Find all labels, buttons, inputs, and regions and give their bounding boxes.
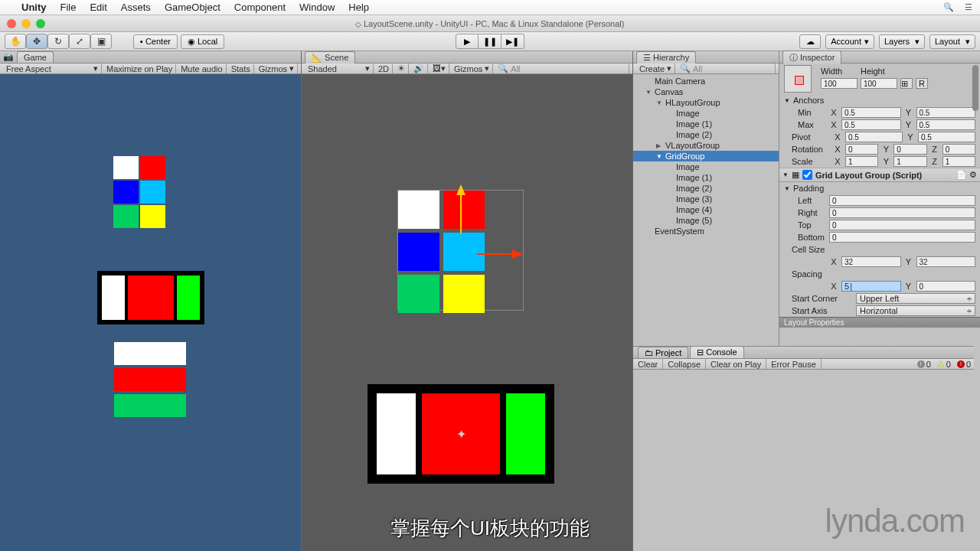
close-window-button[interactable] — [7, 19, 16, 28]
search-icon[interactable]: 🔍 — [943, 2, 954, 12]
rot-y[interactable]: 0 — [893, 144, 926, 155]
gizmos-scene-dropdown[interactable]: Gizmos▾ — [451, 64, 493, 73]
cellsize-x[interactable]: 32 — [841, 256, 901, 267]
padding-foldout[interactable]: Padding — [793, 184, 824, 193]
clear-button[interactable]: Clear — [633, 359, 663, 369]
anchor-max-y[interactable]: 0.5 — [916, 119, 976, 130]
hierarchy-item[interactable]: Image (1) — [633, 172, 779, 183]
hierarchy-item[interactable]: ▼HLayoutGroup — [633, 97, 779, 108]
project-tab[interactable]: 🗀Project — [638, 347, 688, 358]
hierarchy-item[interactable]: Image — [633, 108, 779, 119]
component-header[interactable]: ▼▦ Grid Layout Group (Script) 📄 ⚙ — [779, 168, 980, 182]
gizmo-y-axis[interactable] — [456, 184, 466, 195]
menu-gameobject[interactable]: GameObject — [165, 2, 220, 13]
menu-icon[interactable]: ☰ — [965, 2, 972, 12]
hierarchy-item[interactable]: Image (1) — [633, 119, 779, 129]
anchors-foldout[interactable]: Anchors — [793, 96, 824, 105]
anchor-max-x[interactable]: 0.5 — [841, 119, 901, 130]
scene-view[interactable]: ✦ — [302, 74, 632, 551]
console-tab[interactable]: ⊟Console — [690, 346, 743, 358]
account-dropdown[interactable]: Account▾ — [825, 34, 874, 49]
gizmo-x-axis[interactable] — [512, 249, 523, 259]
hierarchy-item[interactable]: Image (3) — [633, 194, 779, 204]
hierarchy-item[interactable]: EventSystem — [633, 226, 779, 236]
hierarchy-item[interactable]: Image (2) — [633, 183, 779, 194]
start-corner-dropdown[interactable]: Upper Left÷ — [856, 293, 975, 304]
pivot-y[interactable]: 0.5 — [918, 132, 975, 142]
scene-hlayout-object[interactable]: ✦ — [368, 384, 554, 484]
padding-top[interactable]: 0 — [829, 220, 975, 230]
hierarchy-item[interactable]: Image — [633, 161, 779, 172]
layout-dropdown[interactable]: Layout▾ — [929, 34, 975, 49]
inspector-scrollbar[interactable] — [972, 65, 978, 111]
game-view[interactable] — [0, 74, 301, 551]
hand-tool-button[interactable]: ✋ — [5, 34, 26, 49]
menu-edit[interactable]: Edit — [90, 2, 106, 13]
scene-search[interactable]: 🔍All — [495, 64, 629, 73]
hierarchy-item[interactable]: Image (2) — [633, 129, 779, 140]
padding-right[interactable]: 0 — [829, 207, 975, 218]
hierarchy-item[interactable]: Image (4) — [633, 204, 779, 215]
error-count[interactable]: !0 — [954, 359, 974, 369]
game-tab[interactable]: Game — [17, 51, 54, 63]
cellsize-y[interactable]: 32 — [916, 256, 976, 267]
component-enabled-checkbox[interactable] — [802, 170, 812, 180]
scale-tool-button[interactable]: ⤢ — [69, 34, 90, 49]
blueprint-toggle[interactable]: ⊞ — [900, 78, 913, 89]
scene-grid-object[interactable] — [398, 191, 488, 317]
menu-file[interactable]: File — [60, 2, 77, 13]
collapse-toggle[interactable]: Collapse — [663, 359, 706, 369]
error-pause-toggle[interactable]: Error Pause — [766, 359, 822, 369]
maximize-window-button[interactable] — [36, 19, 45, 28]
hierarchy-item[interactable]: Image (5) — [633, 215, 779, 226]
audio-toggle[interactable]: 🔊 — [410, 64, 428, 73]
width-field[interactable]: 100 — [821, 78, 858, 89]
light-toggle[interactable]: ☀ — [394, 64, 409, 73]
rect-tool-button[interactable]: ▣ — [90, 34, 112, 49]
anchor-min-x[interactable]: 0.5 — [841, 107, 901, 118]
hierarchy-item[interactable]: Main Camera — [633, 76, 779, 86]
menu-component[interactable]: Component — [234, 2, 286, 13]
move-tool-button[interactable]: ✥ — [26, 34, 47, 49]
spacing-y[interactable]: 0 — [916, 281, 976, 292]
padding-bottom[interactable]: 0 — [829, 232, 975, 243]
spacing-x[interactable]: 5| — [841, 281, 901, 292]
pivot-toggle[interactable]: ▪Center — [133, 34, 178, 49]
anchor-preset-button[interactable] — [784, 65, 812, 93]
layout-properties-header[interactable]: Layout Properties — [779, 317, 980, 328]
warning-count[interactable]: ⚠0 — [934, 359, 954, 369]
rot-x[interactable]: 0 — [845, 144, 878, 155]
step-button[interactable]: ▶❚ — [501, 34, 524, 49]
minimize-window-button[interactable] — [21, 19, 31, 28]
layers-dropdown[interactable]: Layers▾ — [879, 34, 925, 49]
fx-dropdown[interactable]: 🖼▾ — [430, 64, 449, 73]
inspector-tab[interactable]: ⓘ Inspector — [782, 51, 841, 64]
scale-z[interactable]: 1 — [942, 156, 975, 167]
scale-y[interactable]: 1 — [893, 156, 926, 167]
hierarchy-search[interactable]: 🔍All — [677, 64, 776, 73]
scale-x[interactable]: 1 — [845, 156, 878, 167]
hierarchy-item[interactable]: ▶VLayoutGroup — [633, 140, 779, 151]
hierarchy-item[interactable]: ▼Canvas — [633, 86, 779, 97]
cloud-button[interactable]: ☁ — [799, 34, 821, 49]
clear-on-play-toggle[interactable]: Clear on Play — [706, 359, 766, 369]
2d-toggle[interactable]: 2D — [375, 64, 393, 73]
mute-toggle[interactable]: Mute audio — [178, 64, 226, 73]
hierarchy-tab[interactable]: ☰ Hierarchy — [636, 51, 696, 64]
aspect-dropdown[interactable]: Free Aspect▾ — [3, 64, 102, 73]
height-field[interactable]: 100 — [861, 78, 897, 89]
padding-left[interactable]: 0 — [829, 195, 975, 206]
menu-assets[interactable]: Assets — [121, 2, 151, 13]
menu-app[interactable]: Unity — [21, 2, 47, 13]
menu-help[interactable]: Help — [348, 2, 369, 13]
space-toggle[interactable]: ◉Local — [181, 34, 224, 49]
menu-window[interactable]: Window — [299, 2, 335, 13]
create-dropdown[interactable]: Create▾ — [636, 64, 675, 73]
pause-button[interactable]: ❚❚ — [479, 34, 501, 49]
start-axis-dropdown[interactable]: Horizontal÷ — [856, 305, 975, 316]
play-button[interactable]: ▶ — [456, 34, 479, 49]
maximize-toggle[interactable]: Maximize on Play — [103, 64, 176, 73]
rot-z[interactable]: 0 — [942, 144, 975, 155]
shading-dropdown[interactable]: Shaded▾ — [305, 64, 374, 73]
info-count[interactable]: !0 — [914, 359, 934, 369]
